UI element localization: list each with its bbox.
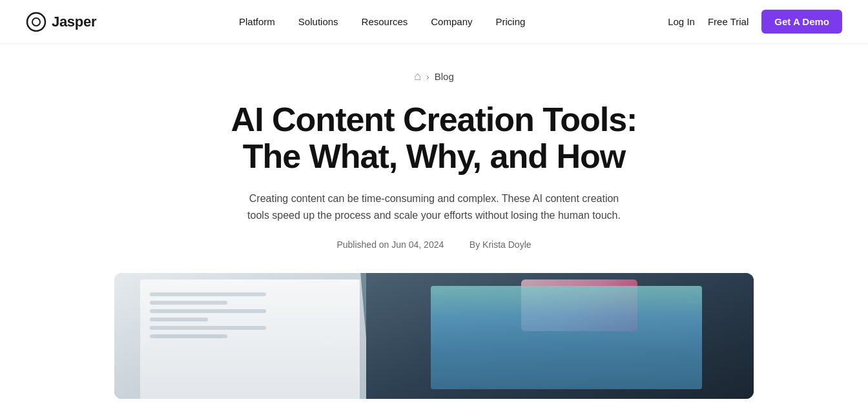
- jasper-logo-icon: [26, 12, 46, 32]
- screen-line-5: [150, 326, 266, 330]
- breadcrumb: ⌂ › Blog: [414, 70, 454, 83]
- screen-line-3: [150, 309, 266, 313]
- navbar-actions: Log In Free Trial Get A Demo: [668, 10, 842, 34]
- logo-area: Jasper: [26, 12, 96, 32]
- nav-company[interactable]: Company: [431, 16, 472, 27]
- logo-text: Jasper: [52, 14, 96, 30]
- svg-point-1: [32, 18, 40, 26]
- screen-lines: [150, 292, 266, 343]
- breadcrumb-blog[interactable]: Blog: [435, 71, 454, 82]
- screen-line-6: [150, 334, 227, 338]
- navbar: Jasper Platform Solutions Resources Comp…: [0, 0, 868, 44]
- home-icon[interactable]: ⌂: [414, 70, 421, 83]
- author-separator: [454, 239, 459, 250]
- screen-line-2: [150, 301, 227, 305]
- article-meta: Published on Jun 04, 2024 By Krista Doyl…: [208, 239, 660, 250]
- screen-line-1: [150, 292, 266, 296]
- screen-line-4: [150, 318, 208, 321]
- monitor-right: [366, 273, 754, 399]
- svg-point-0: [27, 13, 45, 31]
- article-header: AI Content Creation Tools: The What, Why…: [208, 101, 660, 273]
- hero-image: [114, 273, 754, 399]
- nav-resources[interactable]: Resources: [362, 16, 408, 27]
- article-author: By Krista Doyle: [470, 239, 532, 250]
- nav-solutions[interactable]: Solutions: [298, 16, 338, 27]
- nav-links: Platform Solutions Resources Company Pri…: [239, 16, 525, 27]
- nav-pricing[interactable]: Pricing: [495, 16, 525, 27]
- free-trial-link[interactable]: Free Trial: [708, 16, 749, 27]
- monitor-screen: [431, 286, 702, 389]
- breadcrumb-chevron-icon: ›: [426, 72, 429, 82]
- published-date: Published on Jun 04, 2024: [336, 239, 444, 250]
- article-subtitle: Creating content can be time-consuming a…: [237, 190, 631, 223]
- screen-simulation: [114, 273, 754, 399]
- get-demo-button[interactable]: Get A Demo: [761, 10, 842, 34]
- article-title: AI Content Creation Tools: The What, Why…: [208, 101, 660, 175]
- nav-platform[interactable]: Platform: [239, 16, 275, 27]
- main-content: ⌂ › Blog AI Content Creation Tools: The …: [0, 44, 868, 399]
- login-link[interactable]: Log In: [668, 16, 695, 27]
